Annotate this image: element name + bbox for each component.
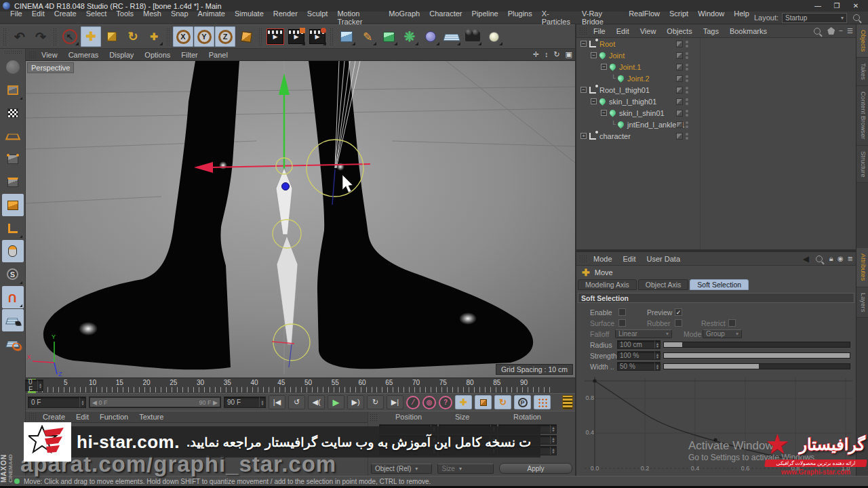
edges-mode-button[interactable]: [2, 171, 24, 193]
visibility-dots-icon[interactable]: [686, 133, 688, 140]
frame-tick-5[interactable]: 5: [64, 379, 68, 386]
frame-tick-85[interactable]: 85: [493, 379, 500, 386]
make-editable-button[interactable]: [2, 56, 24, 78]
om-menu-view[interactable]: View: [635, 27, 662, 35]
apply-button[interactable]: Apply: [499, 463, 572, 474]
points-mode-button[interactable]: [2, 148, 24, 170]
frame-tick-70[interactable]: 70: [412, 379, 420, 386]
surface-checkbox[interactable]: [618, 319, 626, 327]
am-menu-mode[interactable]: Mode: [588, 255, 618, 263]
radius-slider[interactable]: [663, 342, 850, 348]
menu-create[interactable]: Create: [50, 9, 81, 26]
toolbar-handle[interactable]: [330, 28, 334, 45]
visibility-dots-icon[interactable]: [686, 110, 688, 117]
minimize-button[interactable]: —: [808, 1, 827, 11]
render-view-button[interactable]: ▶: [265, 26, 285, 47]
pentagon-icon[interactable]: [827, 27, 835, 35]
scale-tool-button[interactable]: [102, 26, 122, 47]
menu-file[interactable]: File: [5, 9, 27, 26]
add-spline-button[interactable]: ✎: [357, 26, 378, 47]
frame-tick-60[interactable]: 60: [358, 379, 366, 386]
toggle-views-icon[interactable]: ▣: [566, 50, 572, 59]
workplane-mode-button[interactable]: [2, 125, 24, 147]
add-mograph-button[interactable]: ❋: [399, 26, 420, 47]
om-menu-edit[interactable]: Edit: [611, 27, 635, 35]
stepper-icon[interactable]: ▲▼: [550, 436, 556, 444]
toolbar-handle[interactable]: [4, 50, 22, 54]
frame-tick-50[interactable]: 50: [304, 379, 312, 386]
object-toggles[interactable]: [676, 87, 688, 94]
om-menu-bookmarks[interactable]: Bookmarks: [724, 27, 772, 35]
panel-menu-icon[interactable]: ☰: [847, 27, 853, 35]
menu-v-ray-bridge[interactable]: V-Ray Bridge: [577, 9, 624, 26]
toolbar-handle[interactable]: [258, 28, 263, 45]
viewport[interactable]: ViewCamerasDisplayOptionsFilterPanel ✛ ↕…: [26, 49, 575, 378]
object-toggles[interactable]: [676, 75, 688, 82]
layer-chip-icon[interactable]: [676, 121, 683, 128]
enable-checkbox[interactable]: [618, 308, 626, 316]
visibility-dots-icon[interactable]: [686, 121, 688, 128]
visibility-dots-icon[interactable]: [686, 41, 688, 47]
live-selection-button[interactable]: ↖: [60, 26, 80, 47]
lock-z-axis-button[interactable]: Z: [215, 26, 235, 47]
curve-point[interactable]: [593, 379, 596, 382]
enable-axis-button[interactable]: [2, 217, 24, 239]
frame-tick-75[interactable]: 75: [439, 379, 447, 386]
render-settings-button[interactable]: ▶: [307, 26, 328, 47]
panel-handle[interactable]: [370, 413, 377, 422]
radius-field[interactable]: 100 cm▲▼: [617, 340, 660, 349]
lock-x-axis-button[interactable]: X: [173, 26, 193, 47]
menu-realflow[interactable]: RealFlow: [624, 9, 665, 26]
record-parameter-toggle[interactable]: P: [514, 395, 531, 409]
frame-tick-90[interactable]: 90: [520, 379, 528, 386]
redo-button[interactable]: ↷: [31, 26, 51, 47]
om-menu-objects[interactable]: Objects: [661, 27, 697, 35]
strength-slider[interactable]: [663, 352, 850, 359]
add-camera-button[interactable]: [462, 26, 483, 47]
object-toggles[interactable]: [676, 64, 688, 70]
visibility-dots-icon[interactable]: [686, 87, 688, 94]
maximize-button[interactable]: ❐: [827, 1, 846, 11]
add-deformer-button[interactable]: [420, 26, 441, 47]
record-keyframe-button[interactable]: ⁄: [406, 396, 420, 409]
visibility-dots-icon[interactable]: [686, 75, 688, 82]
layer-chip-icon[interactable]: [676, 41, 683, 47]
menu-render[interactable]: Render: [269, 9, 302, 26]
om-menu-file[interactable]: File: [588, 27, 611, 35]
planar-workplane-button[interactable]: [2, 332, 24, 354]
lock-icon[interactable]: 🔒︎: [829, 254, 833, 263]
menu-edit[interactable]: Edit: [27, 9, 50, 26]
layout-select[interactable]: Startup ▾: [782, 13, 847, 23]
tree-row-root[interactable]: −Root: [576, 38, 856, 49]
play-button[interactable]: ▶: [328, 395, 344, 409]
tweak-mode-button[interactable]: [2, 240, 24, 262]
play-loop-button[interactable]: ↻: [367, 395, 384, 409]
record-scale-toggle[interactable]: [475, 395, 492, 409]
visibility-dots-icon[interactable]: [686, 52, 688, 59]
viewport-canvas[interactable]: Y X Z: [26, 61, 575, 378]
record-position-toggle[interactable]: ✚: [455, 395, 472, 409]
add-floor-button[interactable]: [441, 26, 462, 47]
layer-chip-icon[interactable]: [676, 133, 683, 140]
polygons-mode-button[interactable]: [2, 194, 24, 216]
tree-row-skin_l_thigh01[interactable]: −skin_l_thigh01: [576, 96, 856, 107]
stepper-icon[interactable]: ▲▼: [37, 380, 43, 390]
viewport-menu-panel[interactable]: Panel: [203, 51, 233, 59]
lock-y-axis-button[interactable]: Y: [194, 26, 214, 47]
menu-character[interactable]: Character: [425, 9, 467, 26]
menu-sculpt[interactable]: Sculpt: [302, 9, 333, 26]
toolbar-handle[interactable]: [166, 28, 171, 45]
toolbar-handle[interactable]: [53, 28, 58, 45]
expander-icon[interactable]: +: [580, 133, 587, 139]
frame-tick-25[interactable]: 25: [170, 379, 177, 386]
frame-tick-65[interactable]: 65: [385, 379, 393, 386]
next-frame-button[interactable]: ▶): [347, 395, 364, 409]
add-light-button[interactable]: [484, 26, 504, 47]
search-icon[interactable]: [814, 28, 821, 35]
frame-range-scrollbar[interactable]: ◀ 0 F 90 F ▶: [89, 396, 221, 408]
timeline-window-icon[interactable]: [562, 395, 573, 409]
expander-icon[interactable]: −: [601, 64, 607, 70]
preview-checkbox[interactable]: ✓: [675, 308, 682, 316]
frame-tick-10[interactable]: 10: [89, 379, 96, 386]
autokey-button[interactable]: ◎: [422, 396, 436, 409]
